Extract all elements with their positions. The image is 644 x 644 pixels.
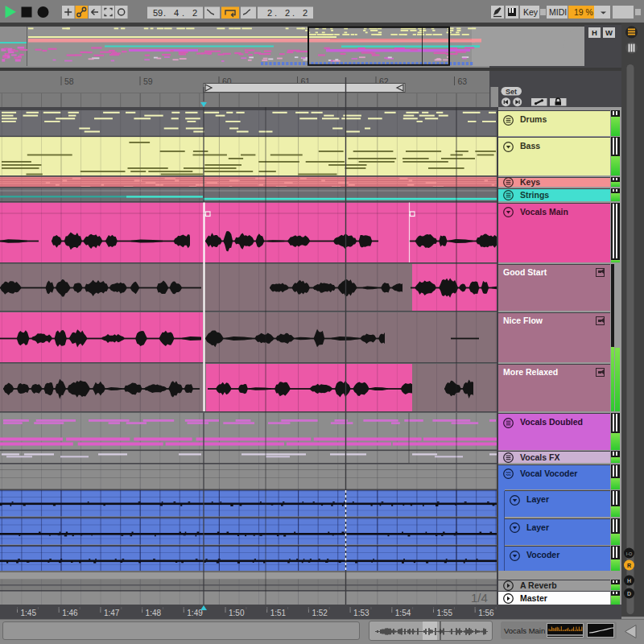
svg-text:1:49: 1:49 [187,609,203,617]
svg-text:R: R [627,563,631,568]
svg-text:1:56: 1:56 [478,609,494,617]
svg-text:D: D [627,591,631,597]
svg-text:1:46: 1:46 [62,609,78,617]
svg-text:4: 4 [174,8,179,18]
svg-text:1:45: 1:45 [21,609,37,617]
svg-text:2: 2 [285,8,290,18]
svg-text:59: 59 [153,8,163,18]
svg-text:H: H [627,578,631,584]
svg-text:19 %: 19 % [574,7,593,17]
svg-text:1:53: 1:53 [353,609,369,617]
svg-text:.: . [182,8,184,18]
svg-text:2: 2 [267,8,272,18]
svg-text:1:48: 1:48 [146,609,162,617]
svg-text:58: 58 [64,76,74,86]
svg-text:1/4: 1/4 [471,591,488,605]
svg-text:1:54: 1:54 [395,609,411,617]
svg-text:59: 59 [143,76,153,86]
svg-text:63: 63 [458,76,468,86]
svg-text:.: . [292,8,295,18]
svg-text:.: . [275,8,277,18]
svg-text:1:51: 1:51 [270,609,287,617]
svg-text:2: 2 [192,8,197,18]
svg-text:I-O: I-O [626,551,633,556]
svg-text:Key: Key [523,7,539,17]
svg-text:.: . [163,8,166,18]
svg-text:1:50: 1:50 [229,609,245,617]
svg-text:Set: Set [506,88,517,96]
svg-text:1:47: 1:47 [104,609,120,617]
svg-text:2: 2 [303,8,308,18]
svg-text:1:55: 1:55 [437,609,453,617]
svg-text:MIDI: MIDI [549,7,567,17]
svg-text:1:52: 1:52 [312,609,328,617]
